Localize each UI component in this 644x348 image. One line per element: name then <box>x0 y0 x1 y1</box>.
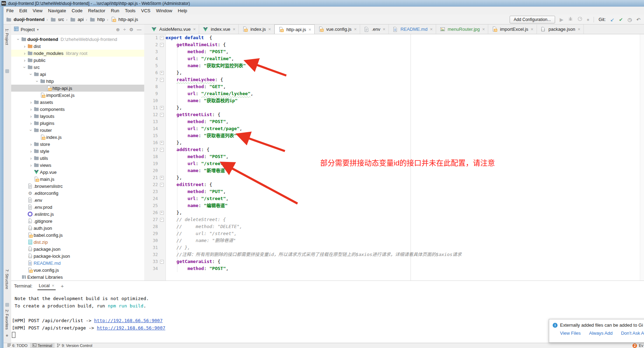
chevron-down-icon[interactable]: › <box>16 37 21 42</box>
menu-file[interactable]: File <box>4 7 16 14</box>
chevron-down-icon[interactable]: › <box>35 79 40 84</box>
line-number[interactable]: 19 <box>144 161 158 166</box>
chevron-right-icon[interactable]: › <box>22 51 27 56</box>
tree-item-store[interactable]: ›store <box>11 141 144 148</box>
code-editor[interactable]: 1−export default {2− getRealTimeList: {3… <box>144 34 644 280</box>
line-number[interactable]: 2 <box>144 42 158 47</box>
code-line-34[interactable]: 34 method: "POST", <box>144 265 644 272</box>
tab-vue.config.js[interactable]: JSvue.config.js× <box>315 24 360 34</box>
code-line-3[interactable]: 3 method: "POST", <box>144 48 644 55</box>
menu-refactor[interactable]: Refactor <box>85 7 108 14</box>
code-line-33[interactable]: 33− getCameraList: { <box>144 258 644 265</box>
line-number[interactable]: 24 <box>144 196 158 201</box>
stop-icon[interactable]: ■ <box>587 17 589 22</box>
statusbar-terminal[interactable]: Terminal <box>30 343 55 348</box>
fold-open-icon[interactable]: − <box>158 78 166 82</box>
menu-run[interactable]: Run <box>108 7 122 14</box>
tree-item-vue.config.js[interactable]: JSvue.config.js <box>11 267 144 274</box>
fold-end-icon[interactable]: ˄ <box>158 211 166 215</box>
terminal-tab-local[interactable]: Local × <box>37 283 56 290</box>
tree-item-.env.prod[interactable]: .env.prod <box>11 204 144 211</box>
code-line-31[interactable]: 31 // }, <box>144 244 644 251</box>
code-line-12[interactable]: 12− getStreetList: { <box>144 111 644 118</box>
menu-window[interactable]: Window <box>153 7 175 14</box>
tree-item-utils[interactable]: ›utils <box>11 155 144 162</box>
line-number[interactable]: 30 <box>144 238 158 243</box>
history-icon[interactable]: ◷ <box>628 17 632 22</box>
tree-item-package-lock.json[interactable]: {;}package-lock.json <box>11 253 144 260</box>
code-line-17[interactable]: 17− addStreet: { <box>144 146 644 153</box>
tree-item-importExcel.js[interactable]: JSimportExcel.js <box>11 92 144 99</box>
code-line-24[interactable]: 24 url: "/street", <box>144 195 644 202</box>
line-number[interactable]: 8 <box>144 84 158 89</box>
tab-index.vue[interactable]: index.vue× <box>199 24 239 34</box>
fold-end-icon[interactable]: ˄ <box>158 141 166 145</box>
code-line-25[interactable]: 25 name: "编辑巷道" <box>144 202 644 209</box>
code-line-21[interactable]: 21˄ }, <box>144 174 644 181</box>
code-line-14[interactable]: 14 url: "/street/page", <box>144 125 644 132</box>
code-line-7[interactable]: 7− realTimeLychee: { <box>144 76 644 83</box>
line-number[interactable]: 29 <box>144 231 158 236</box>
code-line-1[interactable]: 1−export default { <box>144 34 644 41</box>
fold-open-icon[interactable]: − <box>158 148 166 152</box>
close-icon[interactable]: × <box>578 27 581 32</box>
close-icon[interactable]: × <box>531 27 533 32</box>
fold-end-icon[interactable]: ˄ <box>158 176 166 180</box>
chevron-down-icon[interactable]: › <box>29 128 33 133</box>
close-icon[interactable]: × <box>268 27 271 32</box>
notification-action-always-add[interactable]: Always Add <box>589 331 612 336</box>
collapse-all-icon[interactable]: ÷ <box>123 27 126 32</box>
hide-panel-icon[interactable]: — <box>137 27 141 32</box>
tree-item-External Libraries[interactable]: External Libraries <box>11 274 144 280</box>
line-number[interactable]: 18 <box>144 154 158 159</box>
tree-item-router[interactable]: ›router <box>11 127 144 134</box>
line-number[interactable]: 7 <box>144 77 158 82</box>
chevron-right-icon[interactable]: › <box>29 163 33 168</box>
menu-help[interactable]: Help <box>175 7 190 14</box>
tree-item-http[interactable]: ›http <box>11 78 144 85</box>
line-number[interactable]: 23 <box>144 189 158 194</box>
structure-tool-icon[interactable] <box>5 303 9 307</box>
line-number[interactable]: 17 <box>144 147 158 152</box>
tab-menuRouter.jpg[interactable]: menuRouter.jpg× <box>436 24 488 34</box>
tree-item-babel.config.js[interactable]: JSbabel.config.js <box>11 232 144 239</box>
play-icon[interactable]: ▶ <box>560 17 564 22</box>
chevron-right-icon[interactable]: › <box>22 58 27 63</box>
close-icon[interactable]: × <box>52 283 55 288</box>
tree-item-node_modules[interactable]: ›node_moduleslibrary root <box>11 50 144 57</box>
line-number[interactable]: 11 <box>144 105 158 110</box>
line-number[interactable]: 26 <box>144 210 158 215</box>
close-icon[interactable]: × <box>482 27 485 32</box>
project-panel-title[interactable]: Project <box>21 27 35 32</box>
project-tool-icon[interactable] <box>5 69 9 73</box>
chevron-down-icon[interactable]: › <box>29 72 33 77</box>
fold-open-icon[interactable]: − <box>158 43 166 47</box>
tree-item-dist.zip[interactable]: dist.zip <box>11 239 144 246</box>
menu-navigate[interactable]: Navigate <box>45 7 69 14</box>
statusbar-9-version-control[interactable]: 9: Version Control <box>55 343 94 348</box>
profiler-icon[interactable] <box>578 16 582 22</box>
code-line-5[interactable]: 5 name: "获取实时监控列表" <box>144 62 644 69</box>
code-line-22[interactable]: 22− editStreet: { <box>144 181 644 188</box>
code-line-15[interactable]: 15 name: "获取巷道列表" <box>144 132 644 139</box>
code-line-20[interactable]: 20 name: "新增巷道" <box>144 167 644 174</box>
new-terminal-icon[interactable]: + <box>61 283 64 290</box>
code-line-28[interactable]: 28 // method: "DELETE", <box>144 223 644 230</box>
line-number[interactable]: 32 <box>144 252 158 257</box>
add-configuration-button[interactable]: Add Configuration... <box>510 16 555 23</box>
tree-item-.gitignore[interactable]: .gitignore <box>11 218 144 225</box>
code-line-23[interactable]: 23 method: "PUT", <box>144 188 644 195</box>
tab-index.js[interactable]: JSindex.js× <box>239 24 274 34</box>
notification-action-don-t-ask-agai[interactable]: Don't Ask Agai <box>621 331 644 336</box>
code-line-26[interactable]: 26˄ }, <box>144 209 644 216</box>
fold-end-icon[interactable]: ˄ <box>158 106 166 110</box>
tree-item-http-api.js[interactable]: JShttp-api.js <box>11 85 144 92</box>
line-number[interactable]: 16 <box>144 140 158 145</box>
chevron-right-icon[interactable]: › <box>29 121 33 126</box>
chevron-right-icon[interactable]: › <box>29 100 33 105</box>
menu-code[interactable]: Code <box>69 7 85 14</box>
code-line-29[interactable]: 29 // url: "/street", <box>144 230 644 237</box>
statusbar-6-todo[interactable]: 6: TODO <box>5 343 30 348</box>
breadcrumb-item-src[interactable]: src <box>50 17 64 22</box>
close-icon[interactable]: × <box>430 27 433 32</box>
